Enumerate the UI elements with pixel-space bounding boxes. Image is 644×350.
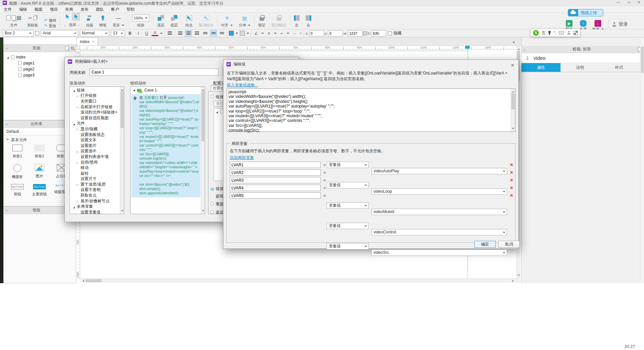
case-name-input[interactable] bbox=[90, 68, 218, 76]
send-to-back[interactable]: 底层 bbox=[167, 13, 181, 29]
chevron-down-icon[interactable] bbox=[287, 33, 289, 35]
search-icon[interactable] bbox=[71, 47, 74, 50]
widget-style-select[interactable]: Box 2 bbox=[3, 30, 33, 36]
widget-ellipse[interactable]: 椭圆形 bbox=[7, 164, 28, 179]
editor-scrollbar[interactable] bbox=[511, 89, 515, 132]
back-radio[interactable] bbox=[210, 210, 214, 214]
delete-lvar-icon[interactable]: ✕ bbox=[510, 170, 513, 175]
unlock-button[interactable]: 取消锁定 bbox=[269, 13, 289, 29]
save-icon[interactable] bbox=[17, 16, 21, 20]
action-item[interactable]: 置于顶层/底层 bbox=[70, 182, 124, 187]
chevron-down-icon[interactable] bbox=[160, 33, 163, 35]
widget-primary-button[interactable]: BUTTON主要按钮 bbox=[29, 184, 50, 197]
lvar-name-input[interactable] bbox=[230, 177, 321, 183]
undo-button[interactable]: 撤销 bbox=[44, 18, 56, 22]
lvar-value-select[interactable]: videoAutoPlay bbox=[371, 168, 507, 174]
lvar-value-select[interactable]: videoSrc bbox=[371, 249, 507, 256]
shadow-swatch[interactable] bbox=[240, 31, 245, 36]
lvar-type-select[interactable]: 变量值 bbox=[327, 223, 369, 229]
chevron-down-icon[interactable] bbox=[235, 33, 238, 35]
handwriting-icon[interactable] bbox=[548, 31, 551, 35]
lvar-name-input[interactable] bbox=[230, 169, 321, 176]
add-page-icon[interactable] bbox=[65, 46, 69, 50]
action-item[interactable]: 打开链接 bbox=[70, 93, 124, 99]
action-item[interactable]: 设置尺寸 bbox=[70, 176, 124, 182]
widget-button[interactable]: BUTTON按钮 bbox=[7, 184, 28, 197]
drag-upload-button[interactable]: 拖拽上传 bbox=[568, 9, 603, 16]
lvar-type-select[interactable]: 变量值 bbox=[327, 182, 369, 188]
collapse-icon[interactable] bbox=[6, 122, 8, 127]
user-icon[interactable] bbox=[567, 31, 571, 34]
width-input[interactable] bbox=[348, 30, 362, 36]
lvar-name-input[interactable] bbox=[230, 185, 321, 191]
action-item[interactable]: 设置列表选中项 bbox=[70, 154, 124, 160]
menu-file[interactable]: 文件 bbox=[0, 6, 15, 13]
align-left-edge[interactable]: 左 bbox=[291, 13, 303, 29]
widget-name[interactable]: video bbox=[533, 55, 545, 61]
minimize-icon[interactable] bbox=[614, 0, 623, 4]
font-family-select[interactable]: Arial bbox=[41, 30, 78, 36]
action-item[interactable]: 在框架中打开链接 bbox=[70, 104, 124, 110]
align-left-button[interactable] bbox=[177, 30, 183, 36]
open-file-icon[interactable] bbox=[12, 15, 16, 20]
line-style-button[interactable]: ┅ bbox=[278, 30, 285, 36]
collapse-icon[interactable] bbox=[523, 47, 525, 52]
chevron-down-icon[interactable] bbox=[274, 33, 277, 35]
delete-lvar-icon[interactable]: ✕ bbox=[510, 178, 513, 183]
action-item[interactable]: 显示/隐藏 bbox=[70, 126, 124, 132]
toolbox-icon[interactable] bbox=[574, 31, 578, 35]
bold-button[interactable]: B bbox=[127, 30, 133, 36]
marquee-left-icon[interactable] bbox=[64, 22, 67, 28]
action-item[interactable]: 启用/禁用 bbox=[70, 160, 124, 165]
edit-style-icon[interactable] bbox=[35, 31, 39, 35]
file-tools[interactable]: 文件 bbox=[3, 13, 24, 29]
lvar-value-select[interactable]: videoControl bbox=[371, 229, 507, 235]
delete-lvar-icon[interactable]: ✕ bbox=[510, 193, 513, 198]
ungroup-button[interactable]: 取消组合 bbox=[196, 13, 216, 29]
close-tab-icon[interactable] bbox=[92, 39, 95, 44]
lock-button[interactable]: 锁定 bbox=[255, 13, 269, 29]
chevron-down-icon[interactable] bbox=[261, 33, 264, 35]
redo-button[interactable]: 重做 bbox=[44, 24, 56, 28]
new-file-icon[interactable] bbox=[6, 15, 10, 20]
line-color-button[interactable]: ∠ bbox=[253, 30, 260, 36]
lvar-value-select[interactable]: videoLoop bbox=[371, 188, 507, 195]
delete-lvar-icon[interactable]: ✕ bbox=[510, 185, 513, 190]
close-icon[interactable] bbox=[635, 0, 643, 4]
height-input[interactable] bbox=[371, 30, 386, 36]
cut-icon[interactable] bbox=[28, 15, 32, 21]
action-item[interactable]: 设置选中 bbox=[70, 149, 124, 154]
x-input[interactable] bbox=[309, 30, 324, 36]
ime-toolbar[interactable]: S 五 °, bbox=[530, 29, 580, 37]
canvas-hscrollbar[interactable] bbox=[80, 279, 516, 283]
action-item[interactable]: 获取焦点 bbox=[70, 193, 124, 198]
zoom-select[interactable]: 100% bbox=[132, 15, 149, 21]
action-item[interactable]: 设置面板状态 bbox=[70, 132, 124, 138]
lvar-type-select[interactable]: 变量值 bbox=[327, 243, 369, 249]
cancel-button[interactable]: 取消 bbox=[498, 241, 520, 248]
action-category[interactable]: 全局变量 bbox=[70, 204, 124, 209]
tab-style[interactable]: 样式 bbox=[600, 63, 639, 72]
list-scrollbar[interactable] bbox=[201, 87, 205, 214]
action-item[interactable]: 旋转 bbox=[70, 171, 124, 176]
distribute-button[interactable]: 分布 bbox=[236, 13, 254, 29]
bring-to-front[interactable]: 顶层 bbox=[154, 13, 167, 29]
copy-icon[interactable] bbox=[33, 16, 37, 20]
line-width-button[interactable]: ≡ bbox=[266, 30, 272, 36]
clipboard-tools[interactable]: 剪贴板 bbox=[24, 13, 41, 29]
selected-action[interactable]: 在 当前窗口 打开 javascript: var videoWidth=$ax… bbox=[131, 94, 200, 197]
login-button[interactable]: 登录 bbox=[612, 21, 635, 27]
collapse-icon[interactable] bbox=[6, 208, 8, 213]
symbols-icon[interactable]: °, bbox=[553, 30, 556, 35]
action-category[interactable]: 链接 bbox=[70, 88, 124, 93]
more-tools[interactable]: 更多 bbox=[110, 13, 127, 29]
case-node[interactable]: ◢ Case 1 bbox=[131, 87, 205, 94]
font-weight-select[interactable]: Normal bbox=[80, 30, 109, 36]
widget-rect1[interactable]: 矩形1 bbox=[7, 145, 28, 159]
add-local-variable-link[interactable]: 添加局部变量 bbox=[230, 155, 254, 161]
keyboard-icon[interactable] bbox=[559, 31, 564, 34]
close-icon[interactable] bbox=[511, 62, 514, 68]
connect-tool[interactable]: 连接 bbox=[83, 13, 96, 29]
arrow-style-button[interactable]: ⇢ bbox=[291, 30, 298, 36]
wubi-mode-label[interactable]: 五 bbox=[541, 30, 545, 36]
